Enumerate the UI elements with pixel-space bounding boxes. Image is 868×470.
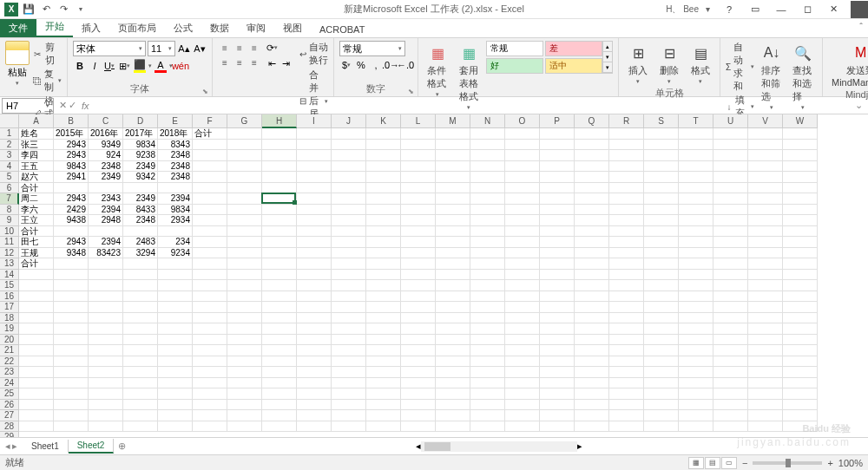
- cell[interactable]: [297, 248, 332, 259]
- row-header-21[interactable]: 21: [0, 345, 19, 356]
- cell[interactable]: [193, 215, 227, 226]
- cell[interactable]: [679, 161, 713, 173]
- cell[interactable]: [436, 302, 470, 313]
- cell[interactable]: [332, 367, 366, 378]
- cell[interactable]: [332, 302, 366, 313]
- cell[interactable]: 9234: [158, 248, 193, 259]
- row-header-3[interactable]: 3: [0, 150, 19, 161]
- cell[interactable]: [297, 140, 332, 151]
- col-header-P[interactable]: P: [540, 114, 575, 128]
- cell[interactable]: [332, 226, 366, 238]
- col-header-S[interactable]: S: [644, 114, 679, 128]
- cell[interactable]: [470, 291, 505, 303]
- cell[interactable]: [297, 237, 332, 248]
- cell[interactable]: [262, 291, 297, 303]
- cell[interactable]: 2348: [89, 161, 123, 173]
- cell[interactable]: [227, 172, 262, 183]
- row-header-1[interactable]: 1: [0, 128, 19, 140]
- cell[interactable]: [158, 367, 193, 378]
- cell[interactable]: [713, 215, 748, 226]
- cell[interactable]: [575, 313, 609, 324]
- cell[interactable]: [609, 150, 644, 161]
- number-expand-icon[interactable]: ⬊: [408, 88, 414, 95]
- cell[interactable]: [505, 237, 540, 248]
- cell[interactable]: [366, 248, 401, 259]
- cell[interactable]: [470, 270, 505, 281]
- page-layout-view-button[interactable]: ▤: [705, 457, 720, 469]
- cell[interactable]: [644, 367, 679, 378]
- row-header-2[interactable]: 2: [0, 140, 19, 151]
- tab-acrobat[interactable]: ACROBAT: [311, 22, 373, 37]
- cell[interactable]: [297, 388, 332, 400]
- cell[interactable]: [470, 280, 505, 291]
- cell[interactable]: [262, 193, 297, 205]
- cell[interactable]: [748, 378, 783, 389]
- col-header-V[interactable]: V: [748, 114, 783, 128]
- cell[interactable]: [609, 128, 644, 140]
- cell[interactable]: [19, 302, 54, 313]
- cell[interactable]: [644, 270, 679, 281]
- cell[interactable]: [401, 291, 436, 303]
- help-button[interactable]: ?: [717, 1, 741, 18]
- cell[interactable]: [679, 400, 713, 411]
- cell[interactable]: [54, 183, 89, 194]
- row-header-20[interactable]: 20: [0, 335, 19, 346]
- cell[interactable]: [783, 128, 818, 140]
- cell[interactable]: [575, 193, 609, 205]
- cell[interactable]: [123, 270, 158, 281]
- cell[interactable]: [505, 388, 540, 400]
- paste-label[interactable]: 粘贴: [8, 66, 27, 79]
- zoom-in-button[interactable]: +: [827, 458, 832, 468]
- cell[interactable]: 李六: [19, 205, 54, 216]
- cell[interactable]: [227, 258, 262, 270]
- align-center-icon[interactable]: ≡: [233, 55, 247, 69]
- collapse-ribbon-icon[interactable]: ˆ: [859, 22, 863, 32]
- cell[interactable]: [609, 291, 644, 303]
- style-neutral[interactable]: 适中: [545, 58, 602, 74]
- cell[interactable]: [297, 161, 332, 173]
- cell[interactable]: [713, 302, 748, 313]
- cell[interactable]: [227, 150, 262, 161]
- cell[interactable]: [54, 367, 89, 378]
- cell[interactable]: 2349: [123, 193, 158, 205]
- cell[interactable]: [679, 291, 713, 303]
- sheet-tab-2[interactable]: Sheet2: [69, 439, 115, 454]
- cell[interactable]: [297, 280, 332, 291]
- cell[interactable]: [540, 388, 575, 400]
- cell[interactable]: [505, 226, 540, 238]
- col-header-O[interactable]: O: [505, 114, 540, 128]
- cell[interactable]: 周二: [19, 193, 54, 205]
- cell[interactable]: [436, 237, 470, 248]
- cell[interactable]: [401, 128, 436, 140]
- sheet-prev-icon[interactable]: ◂: [5, 441, 10, 452]
- cell[interactable]: [193, 356, 227, 368]
- cell[interactable]: [540, 237, 575, 248]
- cell[interactable]: [227, 183, 262, 194]
- cell[interactable]: [54, 258, 89, 270]
- col-header-I[interactable]: I: [297, 114, 332, 128]
- row-header-10[interactable]: 10: [0, 226, 19, 238]
- cell[interactable]: 姓名: [19, 128, 54, 140]
- row-header-12[interactable]: 12: [0, 248, 19, 259]
- cell[interactable]: [297, 183, 332, 194]
- cell[interactable]: [123, 388, 158, 400]
- cell[interactable]: [332, 248, 366, 259]
- cell[interactable]: 2941: [54, 172, 89, 183]
- cell[interactable]: [679, 258, 713, 270]
- cell[interactable]: [783, 356, 818, 368]
- cell[interactable]: [540, 323, 575, 335]
- cell[interactable]: 8343: [158, 140, 193, 151]
- col-header-C[interactable]: C: [89, 114, 123, 128]
- cell[interactable]: [540, 215, 575, 226]
- cell[interactable]: [575, 237, 609, 248]
- cell[interactable]: [783, 313, 818, 324]
- cell[interactable]: [297, 302, 332, 313]
- normal-view-button[interactable]: ▦: [688, 457, 704, 469]
- cell[interactable]: [297, 150, 332, 161]
- cell[interactable]: [748, 388, 783, 400]
- cell[interactable]: [505, 215, 540, 226]
- cell[interactable]: [540, 302, 575, 313]
- maximize-button[interactable]: ◻: [795, 1, 819, 18]
- cell[interactable]: [748, 367, 783, 378]
- cell[interactable]: [366, 280, 401, 291]
